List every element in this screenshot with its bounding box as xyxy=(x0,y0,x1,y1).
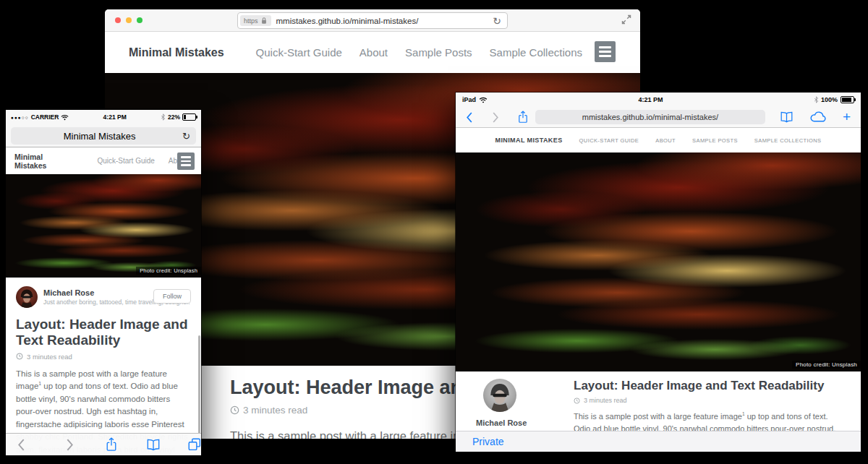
iphone-post-content: Michael Rose Just another boring, tattoo… xyxy=(6,278,201,455)
author-avatar-image xyxy=(16,286,38,308)
read-time: 3 minutes read xyxy=(243,405,307,416)
https-badge: https xyxy=(240,15,271,26)
battery-icon xyxy=(841,96,854,103)
iphone-address-field[interactable]: Minimal Mistakes ↻ xyxy=(11,127,196,145)
post-meta: 3 minutes read xyxy=(16,353,191,361)
iphone-safari-window: ●●●○○ CARRIER 4:21 PM 22% Minimal Mistak… xyxy=(6,110,201,455)
site-brand-link[interactable]: Minimal Mistakes xyxy=(129,46,224,59)
wifi-icon xyxy=(61,114,69,121)
site-brand-link[interactable]: Minimal Mistakes xyxy=(14,152,72,170)
photo-credit: Photo credit: Unsplash xyxy=(792,361,861,369)
nav-link-quick-start-guide[interactable]: Quick-Start Guide xyxy=(579,137,639,144)
post-header-image: Photo credit: Unsplash xyxy=(456,152,861,371)
site-brand-link[interactable]: Minimal Mistakes xyxy=(495,137,563,144)
author-avatar-image xyxy=(483,379,516,412)
ipad-browser-toolbar: mmistakes.github.io/minimal-mistakes/ + xyxy=(456,107,861,128)
wifi-icon xyxy=(479,97,488,103)
post-body-lead: This is a sample post with a large featu… xyxy=(574,412,742,421)
nav-link-sample-collections[interactable]: Sample Collections xyxy=(490,46,582,59)
desktop-site-navbar: Minimal Mistakes Quick-Start Guide About… xyxy=(105,32,640,73)
read-time: 3 minutes read xyxy=(27,353,72,361)
author-avatar xyxy=(483,379,516,412)
back-icon[interactable] xyxy=(466,112,473,123)
iphone-url-bar: Minimal Mistakes ↻ xyxy=(6,124,201,147)
ipad-status-bar: iPad 4:21 PM 100% xyxy=(456,93,861,107)
lock-icon xyxy=(260,17,268,25)
author-byline: Michael Rose Just another boring, tattoo… xyxy=(16,286,191,308)
follow-button[interactable]: Follow xyxy=(153,289,191,304)
tabs-icon[interactable] xyxy=(188,438,201,451)
bluetooth-icon xyxy=(161,113,166,121)
nav-link-sample-posts[interactable]: Sample Posts xyxy=(692,137,738,144)
desktop-address-bar[interactable]: https mmistakes.github.io/minimal-mistak… xyxy=(237,12,508,29)
post-header-image: Photo credit: Unsplash xyxy=(6,174,201,278)
author-name: Michael Rose xyxy=(476,418,553,427)
reload-icon[interactable]: ↻ xyxy=(182,131,190,142)
post-title: Layout: Header Image and Text Readabilit… xyxy=(574,379,843,393)
battery-icon xyxy=(182,113,196,121)
iphone-site-navbar: Minimal Mistakes Quick-Start Guide About xyxy=(6,147,201,174)
menu-hamburger-icon[interactable] xyxy=(595,41,616,62)
battery-percent: 22% xyxy=(168,113,180,121)
post-body-lead: This is a sample post with a large featu… xyxy=(230,429,482,439)
bluetooth-icon xyxy=(814,96,819,103)
clock-icon xyxy=(230,405,239,415)
status-time: 4:21 PM xyxy=(69,113,161,121)
close-window-button[interactable] xyxy=(115,17,121,23)
new-tab-icon[interactable]: + xyxy=(843,112,851,122)
clock-icon xyxy=(16,353,23,360)
device-label: iPad xyxy=(462,96,476,103)
menu-hamburger-icon[interactable] xyxy=(177,152,195,170)
post-title: Layout: Header Image and Text Readabilit… xyxy=(16,317,191,348)
nav-link-about[interactable]: About xyxy=(655,137,676,144)
carrier-label: CARRIER xyxy=(31,113,59,121)
photo-credit: Photo credit: Unsplash xyxy=(136,267,201,275)
nav-link-quick-start-guide[interactable]: Quick-Start Guide xyxy=(256,46,342,59)
zoom-window-button[interactable] xyxy=(137,17,142,23)
back-icon[interactable] xyxy=(17,439,25,451)
read-time: 3 minutes read xyxy=(584,397,627,404)
forward-icon[interactable] xyxy=(492,112,499,123)
post-meta: 3 minutes read xyxy=(574,397,843,404)
battery-percent: 100% xyxy=(821,96,838,103)
ipad-site-navbar: Minimal Mistakes Quick-Start Guide About… xyxy=(456,128,861,152)
composite-background: https mmistakes.github.io/minimal-mistak… xyxy=(0,0,868,464)
nav-link-sample-posts[interactable]: Sample Posts xyxy=(405,46,472,59)
desktop-browser-chrome: https mmistakes.github.io/minimal-mistak… xyxy=(105,9,640,32)
share-icon[interactable] xyxy=(518,111,528,124)
clock-icon xyxy=(574,398,580,404)
private-button[interactable]: Private xyxy=(472,436,504,447)
reload-icon[interactable]: ↻ xyxy=(493,15,507,27)
desktop-url-text: mmistakes.github.io/minimal-mistakes/ xyxy=(271,17,493,25)
bookmarks-icon[interactable] xyxy=(146,439,161,451)
ipad-safari-window: iPad 4:21 PM 100% mmistakes.github.io/mi… xyxy=(456,93,861,452)
scrollbar[interactable] xyxy=(198,335,200,437)
signal-dots-icon: ●●●○○ xyxy=(11,115,29,120)
status-time: 4:21 PM xyxy=(488,96,814,103)
ipad-address-field[interactable]: mmistakes.github.io/minimal-mistakes/ xyxy=(535,110,765,124)
https-label: https xyxy=(244,17,258,25)
share-icon[interactable] xyxy=(106,437,117,452)
icloud-tabs-icon[interactable] xyxy=(809,111,827,123)
nav-link-sample-collections[interactable]: Sample Collections xyxy=(754,137,822,144)
forward-icon[interactable] xyxy=(66,439,74,451)
nav-link-about[interactable]: About xyxy=(359,46,388,59)
private-browsing-bar: Private xyxy=(456,431,861,452)
iphone-status-bar: ●●●○○ CARRIER 4:21 PM 22% xyxy=(6,110,201,124)
minimize-window-button[interactable] xyxy=(126,17,132,23)
author-avatar xyxy=(16,286,38,308)
iphone-bottom-toolbar xyxy=(6,433,201,455)
page-title: Minimal Mistakes xyxy=(17,131,182,142)
nav-link-quick-start-guide[interactable]: Quick-Start Guide xyxy=(97,157,154,165)
bookmarks-icon[interactable] xyxy=(780,111,793,123)
fullscreen-icon[interactable] xyxy=(621,14,631,27)
